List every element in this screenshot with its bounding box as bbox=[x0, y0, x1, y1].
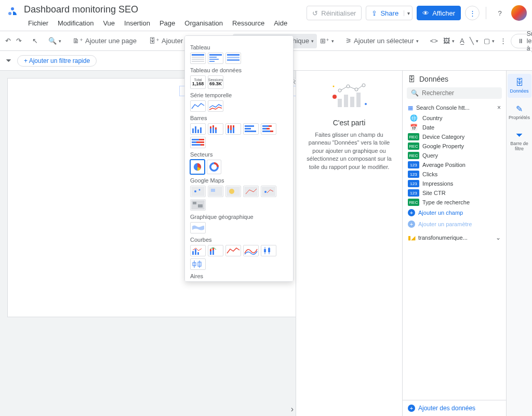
chart-type-area[interactable] bbox=[190, 281, 206, 282]
menu-help[interactable]: Aide bbox=[270, 17, 291, 29]
chart-type-candlestick[interactable] bbox=[261, 245, 276, 256]
line-button[interactable]: ╲▾ bbox=[468, 34, 481, 48]
field-search-input[interactable] bbox=[422, 89, 500, 97]
funnel-icon: ⏷ bbox=[508, 131, 531, 140]
share-icon: ⇪ bbox=[371, 9, 377, 17]
calendar-icon: 📅 bbox=[408, 124, 419, 131]
select-tool[interactable]: ↖ bbox=[30, 34, 40, 48]
svg-rect-46 bbox=[262, 125, 269, 127]
chart-type-table-heatmap[interactable] bbox=[225, 53, 241, 64]
text-button[interactable]: A̲ bbox=[458, 34, 467, 48]
chart-type-map-combo[interactable] bbox=[261, 186, 276, 197]
section-maps: Google Maps bbox=[190, 177, 288, 184]
chart-type-map-line[interactable] bbox=[243, 186, 259, 197]
field-date[interactable]: 📅Date bbox=[403, 123, 506, 132]
chart-type-area-100[interactable] bbox=[225, 281, 241, 282]
share-button[interactable]: ⇪Share▾ bbox=[366, 6, 413, 20]
next-page-arrow[interactable]: › bbox=[291, 405, 294, 414]
svg-rect-2 bbox=[338, 99, 342, 107]
toolbar-more-button[interactable]: ⋮ bbox=[498, 34, 509, 48]
add-parameter-link[interactable]: +Ajouter un paramètre bbox=[403, 218, 506, 230]
data-source-analytics[interactable]: ▮◢ transfonumerique... ⌄ bbox=[403, 232, 506, 243]
chart-type-area-stacked[interactable] bbox=[208, 281, 223, 282]
chevron-down-icon[interactable]: ▾ bbox=[404, 10, 410, 16]
expand-icon[interactable]: ⌄ bbox=[496, 234, 501, 241]
chart-type-bar-stacked[interactable] bbox=[261, 123, 276, 135]
add-page-button[interactable]: 🗎⁺Ajouter une page bbox=[70, 34, 140, 48]
reset-button[interactable]: ↺Réinitialiser bbox=[307, 6, 362, 20]
shape-button[interactable]: ▢▾ bbox=[482, 34, 497, 48]
image-icon: 🖼 bbox=[443, 37, 450, 45]
chart-type-timeseries[interactable] bbox=[190, 100, 206, 112]
help-button[interactable]: ? bbox=[493, 6, 507, 20]
svg-rect-64 bbox=[211, 189, 215, 192]
rail-tab-filter[interactable]: ⏷Barre de filtre bbox=[508, 126, 531, 155]
menu-resource[interactable]: Ressource bbox=[228, 17, 269, 29]
user-avatar[interactable] bbox=[511, 5, 527, 21]
menu-edit[interactable]: Modification bbox=[54, 17, 98, 29]
embed-button[interactable]: <> bbox=[428, 34, 440, 48]
chart-type-donut[interactable] bbox=[207, 160, 221, 174]
data-source-search-console[interactable]: ▦ Search Console htt... × bbox=[403, 102, 506, 113]
add-field-link[interactable]: +Ajouter un champ bbox=[403, 207, 506, 218]
menu-file[interactable]: Fichier bbox=[24, 17, 52, 29]
pause-updates-button[interactable]: ⏸Suspendre les mises à jour bbox=[511, 34, 532, 48]
field-average-position[interactable]: 123Average Position bbox=[403, 160, 506, 170]
chart-type-combo[interactable] bbox=[190, 245, 206, 256]
chart-type-scorecard-compact[interactable]: Sessions69.3K bbox=[208, 75, 223, 89]
rail-tab-properties[interactable]: ✎Propriétés bbox=[508, 100, 531, 124]
redo-button[interactable]: ↷ bbox=[14, 34, 24, 48]
chart-type-scorecard[interactable]: Total1,168 bbox=[190, 75, 206, 89]
menu-page[interactable]: Page bbox=[155, 17, 179, 29]
chart-type-map-bubble[interactable] bbox=[190, 186, 206, 197]
close-icon[interactable]: × bbox=[497, 104, 501, 111]
chart-type-column[interactable] bbox=[190, 123, 206, 135]
add-quick-filter-button[interactable]: + Ajouter un filtre rapide bbox=[17, 55, 97, 67]
field-search[interactable]: 🔍 bbox=[407, 87, 502, 99]
field-query[interactable]: RECQuery bbox=[403, 151, 506, 160]
field-type-de-recherche[interactable]: RECType de recherche bbox=[403, 198, 506, 207]
chart-type-column-100[interactable] bbox=[225, 123, 241, 135]
menu-insert[interactable]: Insertion bbox=[120, 17, 154, 29]
svg-point-13 bbox=[332, 95, 337, 99]
chart-type-bar-100[interactable] bbox=[190, 137, 206, 148]
view-button[interactable]: 👁Afficher bbox=[417, 6, 461, 20]
menu-view[interactable]: Vue bbox=[99, 17, 119, 29]
zoom-tool[interactable]: 🔍▾ bbox=[46, 34, 63, 48]
more-options-button[interactable]: ⋮ bbox=[465, 6, 480, 20]
svg-point-69 bbox=[264, 191, 267, 193]
field-impressions[interactable]: 123Impressions bbox=[403, 179, 506, 188]
document-title[interactable]: Dashboard monitoring SEO bbox=[24, 3, 307, 16]
svg-point-66 bbox=[229, 189, 234, 194]
chart-type-map-sat[interactable] bbox=[190, 199, 206, 211]
chart-type-bar[interactable] bbox=[243, 123, 259, 135]
chart-type-pie[interactable] bbox=[190, 160, 205, 174]
field-label: Site CTR bbox=[422, 190, 446, 196]
field-device-category[interactable]: RECDevice Category bbox=[403, 132, 506, 141]
undo-button[interactable]: ↶ bbox=[3, 34, 13, 48]
chart-type-map-heat[interactable] bbox=[225, 186, 241, 197]
chart-type-map-filled[interactable] bbox=[208, 186, 223, 197]
chart-type-geo[interactable] bbox=[190, 222, 206, 233]
chart-type-table-bars[interactable] bbox=[208, 53, 223, 64]
field-label: Clicks bbox=[422, 171, 437, 177]
chart-type-timeseries-sparkline[interactable] bbox=[208, 100, 223, 112]
field-site-ctr[interactable]: 123Site CTR bbox=[403, 188, 506, 198]
rail-tab-data[interactable]: 🗄Données bbox=[508, 74, 531, 98]
add-data-source-button[interactable]: +Ajouter des données bbox=[403, 400, 506, 416]
chart-type-boxplot[interactable] bbox=[190, 258, 206, 270]
chart-type-smoothed-line[interactable] bbox=[243, 245, 259, 256]
menu-arrange[interactable]: Organisation bbox=[180, 17, 227, 29]
field-google-property[interactable]: RECGoogle Property bbox=[403, 141, 506, 151]
community-viz-button[interactable]: ⊞⁺▾ bbox=[318, 34, 336, 48]
chart-type-table[interactable] bbox=[190, 53, 206, 64]
field-type-badge: 123 bbox=[408, 189, 419, 197]
field-clicks[interactable]: 123Clicks bbox=[403, 170, 506, 179]
add-control-button[interactable]: ⚞Ajouter un sélecteur▾ bbox=[342, 34, 422, 48]
field-country[interactable]: 🌐Country bbox=[403, 113, 506, 123]
chart-type-line[interactable] bbox=[225, 245, 241, 256]
image-button[interactable]: 🖼▾ bbox=[441, 34, 457, 48]
data-panel-title: Données bbox=[419, 75, 448, 83]
chart-type-combo-stacked[interactable] bbox=[208, 245, 223, 256]
chart-type-column-stacked[interactable] bbox=[208, 123, 223, 135]
